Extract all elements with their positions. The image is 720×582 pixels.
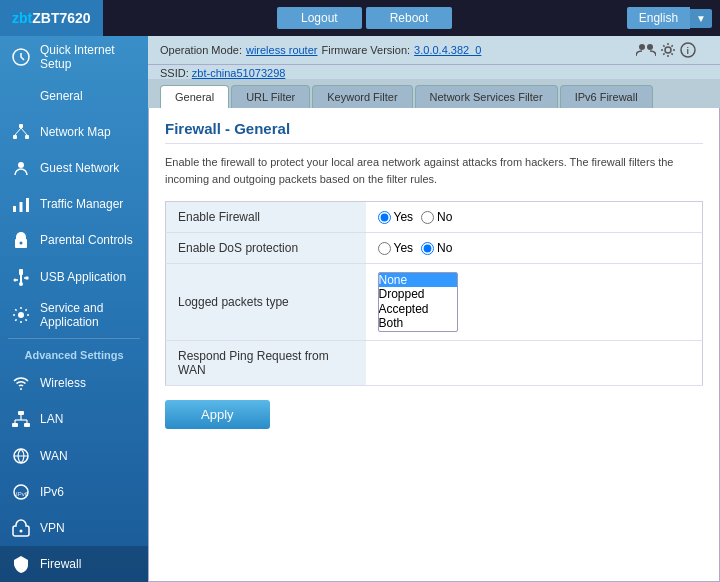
sidebar-item-label: Parental Controls [40, 233, 133, 247]
sidebar-item-usb-application[interactable]: USB Application [0, 258, 148, 294]
svg-rect-1 [19, 124, 23, 128]
logged-packets-label: Logged packets type [166, 264, 366, 341]
firmware-label: Firmware Version: [321, 44, 410, 56]
sidebar-item-quick-setup[interactable]: Quick Internet Setup [0, 36, 148, 78]
firewall-icon [10, 553, 32, 575]
sidebar-item-general[interactable]: General [0, 78, 148, 114]
ssid-bar: SSID: zbt-china51073298 [148, 65, 720, 79]
sidebar-item-wan[interactable]: WAN [0, 437, 148, 473]
svg-line-5 [21, 128, 27, 135]
enable-firewall-no-radio[interactable] [421, 211, 434, 224]
enable-firewall-yes-radio[interactable] [378, 211, 391, 224]
enable-dos-yes-radio[interactable] [378, 242, 391, 255]
lan-icon [10, 408, 32, 430]
sidebar-item-service-application[interactable]: Service and Application [0, 295, 148, 337]
ssid-value[interactable]: zbt-china51073298 [192, 67, 286, 79]
sidebar-item-guest-network[interactable]: Guest Network [0, 150, 148, 186]
logged-packets-value: None Dropped Accepted Both [366, 264, 703, 341]
tab-general[interactable]: General [160, 85, 229, 108]
option-accepted[interactable]: Accepted [379, 302, 457, 316]
firmware-value[interactable]: 3.0.0.4.382_0 [414, 44, 481, 56]
sidebar-item-ipv6[interactable]: IPv6 IPv6 [0, 474, 148, 510]
logout-button[interactable]: Logout [277, 7, 362, 29]
yes-label: Yes [394, 210, 414, 224]
language-button[interactable]: English [627, 7, 690, 29]
reboot-button[interactable]: Reboot [366, 7, 453, 29]
respond-ping-label: Respond Ping Request from WAN [166, 340, 366, 385]
users-icon [636, 42, 656, 58]
sidebar-item-wireless[interactable]: Wireless [0, 365, 148, 401]
enable-dos-value: Yes No [366, 233, 703, 264]
sidebar-item-label: Guest Network [40, 161, 119, 175]
sidebar-item-label: Network Map [40, 125, 111, 139]
content-area: Operation Mode: wireless router Firmware… [148, 36, 720, 582]
ipv6-icon: IPv6 [10, 481, 32, 503]
general-icon [10, 85, 32, 107]
logged-packets-select[interactable]: None Dropped Accepted Both [378, 272, 458, 332]
sidebar-item-label: Traffic Manager [40, 197, 123, 211]
table-row: Logged packets type None Dropped Accepte… [166, 264, 703, 341]
page-title: Firewall - General [165, 120, 703, 144]
tab-url-filter[interactable]: URL Filter [231, 85, 310, 108]
language-dropdown-arrow[interactable]: ▼ [690, 9, 712, 28]
logo-model: ZBT7620 [32, 10, 90, 26]
apply-row: Apply [165, 386, 703, 433]
ssid-label: SSID: [160, 67, 189, 79]
svg-point-19 [20, 388, 22, 390]
service-icon [10, 304, 32, 326]
option-dropped[interactable]: Dropped [379, 287, 457, 301]
tab-keyword-filter[interactable]: Keyword Filter [312, 85, 412, 108]
apply-button[interactable]: Apply [165, 400, 270, 429]
sidebar-item-parental-controls[interactable]: Parental Controls [0, 222, 148, 258]
svg-rect-12 [19, 269, 23, 275]
tabs: General URL Filter Keyword Filter Networ… [148, 79, 720, 108]
option-none[interactable]: None [379, 273, 457, 287]
page-description: Enable the firewall to protect your loca… [165, 154, 703, 187]
network-map-icon [10, 121, 32, 143]
svg-rect-20 [18, 411, 24, 415]
table-row: Respond Ping Request from WAN [166, 340, 703, 385]
svg-point-32 [647, 44, 653, 50]
enable-firewall-no-label[interactable]: No [421, 210, 452, 224]
sidebar-item-vpn[interactable]: VPN [0, 510, 148, 546]
header-nav: Logout Reboot [103, 3, 627, 33]
option-both[interactable]: Both [379, 316, 457, 330]
enable-dos-no-radio[interactable] [421, 242, 434, 255]
tab-ipv6-firewall[interactable]: IPv6 Firewall [560, 85, 653, 108]
page-content: Firewall - General Enable the firewall t… [148, 108, 720, 582]
guest-network-icon [10, 157, 32, 179]
svg-rect-2 [13, 135, 17, 139]
sidebar-item-label: IPv6 [40, 485, 64, 499]
quick-setup-icon [10, 46, 32, 68]
tab-network-services-filter[interactable]: Network Services Filter [415, 85, 558, 108]
traffic-manager-icon [10, 193, 32, 215]
enable-firewall-yes-label[interactable]: Yes [378, 210, 414, 224]
enable-firewall-radio-group: Yes No [378, 210, 691, 224]
enable-dos-yes-label[interactable]: Yes [378, 241, 414, 255]
sidebar-item-label: Wireless [40, 376, 86, 390]
wireless-icon [10, 372, 32, 394]
logo-zbt: zbt [12, 10, 32, 26]
svg-line-4 [15, 128, 21, 135]
svg-point-13 [19, 282, 23, 286]
sidebar-item-label: General [40, 89, 83, 103]
settings-icon [660, 42, 676, 58]
svg-point-33 [665, 47, 671, 53]
sidebar-item-label: Firewall [40, 557, 81, 571]
op-mode-value[interactable]: wireless router [246, 44, 318, 56]
info-icon: i [680, 42, 696, 58]
language-selector[interactable]: English ▼ [627, 7, 712, 29]
respond-ping-value [366, 340, 703, 385]
sidebar-item-traffic-manager[interactable]: Traffic Manager [0, 186, 148, 222]
header: zbt ZBT7620 Logout Reboot English ▼ [0, 0, 720, 36]
enable-firewall-label: Enable Firewall [166, 202, 366, 233]
enable-dos-no-label[interactable]: No [421, 241, 452, 255]
sidebar-item-lan[interactable]: LAN [0, 401, 148, 437]
sidebar-item-network-map[interactable]: Network Map [0, 114, 148, 150]
svg-rect-3 [25, 135, 29, 139]
table-row: Enable Firewall Yes No [166, 202, 703, 233]
op-mode-label: Operation Mode: [160, 44, 242, 56]
svg-point-30 [20, 529, 23, 532]
sidebar-item-firewall[interactable]: Firewall [0, 546, 148, 582]
logo: zbt ZBT7620 [0, 0, 103, 36]
